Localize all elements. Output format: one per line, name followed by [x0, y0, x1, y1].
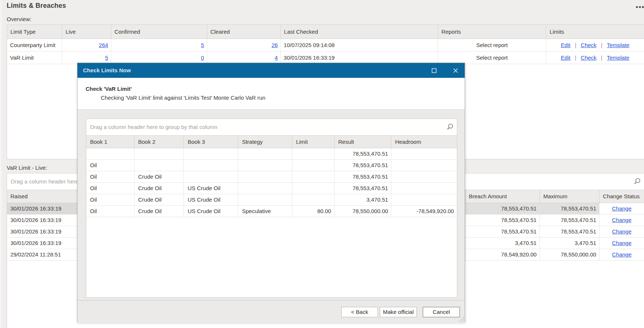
dialog-heading: Check 'VaR Limit' — [86, 86, 132, 92]
confirmed-count-link[interactable]: 0 — [201, 54, 204, 61]
dialog-column-label: Book 2 — [138, 139, 156, 145]
search-icon[interactable] — [633, 178, 641, 186]
raised-cell: 30/01/2026 16:33:19 — [10, 228, 62, 235]
maximize-button[interactable] — [426, 63, 441, 78]
dialog-column-header[interactable]: Book 3 — [184, 136, 238, 148]
action-separator: | — [601, 39, 602, 51]
live-column-label: Change Status — [603, 193, 640, 199]
live-column-label: Breach Amount — [469, 193, 507, 199]
dialog-titlebar[interactable]: Check Limits Now — [77, 63, 465, 78]
overview-row: Counterparty Limit 264 5 26 10/07/2025 0… — [7, 39, 644, 52]
dialog-grid-row[interactable]: Oil Crude Oil US Crude Oil Speculative 8… — [86, 206, 457, 217]
search-icon[interactable] — [446, 123, 454, 131]
group-panel-hint: Drag a column header here to group by th… — [90, 119, 218, 135]
dialog-column-label: Limit — [296, 139, 308, 145]
make-official-button[interactable]: Make official — [380, 307, 417, 317]
overview-column-header[interactable]: Limits — [546, 25, 644, 39]
book1-cell: Oil — [90, 208, 97, 214]
dialog-column-header[interactable]: Result — [335, 136, 392, 148]
live-count-link[interactable]: 5 — [105, 54, 108, 61]
dialog-column-header[interactable]: Strategy — [238, 136, 292, 148]
book3-cell: US Crude Oil — [187, 185, 220, 191]
dialog-group-panel[interactable]: Drag a column header here to group by th… — [86, 119, 457, 136]
live-column-header[interactable]: Change Status — [600, 190, 644, 203]
last-checked-cell: 30/01/2026 16:33:19 — [284, 54, 335, 61]
dialog-column-label: Book 3 — [187, 139, 205, 145]
last-checked-cell: 10/07/2025 09:14:08 — [284, 42, 335, 48]
breach-amount-cell: 78,553,470.51 — [501, 217, 537, 223]
headroom-cell: -78,549,920.00 — [416, 208, 454, 214]
dialog-header-row: Book 1 Book 2 Book 3 Strategy Limit Resu… — [86, 136, 457, 148]
live-column-header[interactable]: Breach Amount — [465, 190, 540, 203]
dialog-grid-row[interactable]: Oil 78,553,470.51 — [86, 160, 457, 171]
dialog-column-label: Headroom — [395, 139, 421, 145]
ellipsis-menu-icon[interactable] — [636, 4, 644, 7]
overview-column-label: Reports — [441, 29, 461, 35]
maximum-cell: 78,553,470.51 — [561, 217, 596, 223]
overview-column-header[interactable]: Live — [62, 25, 111, 39]
confirmed-count-link[interactable]: 5 — [201, 42, 204, 48]
edit-link[interactable]: Edit — [561, 39, 571, 51]
dialog-grid-row[interactable]: Oil Crude Oil US Crude Oil 3,470.51 — [86, 194, 457, 206]
action-separator: | — [575, 39, 576, 51]
page-title: Limits & Breaches — [7, 2, 66, 10]
change-status-link[interactable]: Change — [612, 205, 632, 212]
limits-breaches-screen: { "page": { "title": "Limits & Breaches"… — [0, 0, 644, 328]
template-link[interactable]: Template — [607, 39, 630, 51]
back-button[interactable]: < Back — [341, 307, 378, 317]
overview-column-header[interactable]: Confirmed — [111, 25, 207, 39]
limit-cell: 80.00 — [317, 208, 331, 214]
dialog-grid-row[interactable]: 78,553,470.51 — [86, 148, 457, 160]
close-button[interactable] — [448, 63, 463, 78]
change-status-link[interactable]: Change — [612, 251, 632, 258]
dialog-column-header[interactable]: Book 2 — [135, 136, 184, 148]
action-separator: | — [575, 52, 576, 64]
edit-link[interactable]: Edit — [561, 52, 571, 64]
cleared-count-link[interactable]: 26 — [272, 42, 278, 48]
result-cell: 78,553,470.51 — [352, 162, 388, 168]
select-report-dropdown[interactable]: Select report — [476, 42, 508, 48]
cancel-button[interactable]: Cancel — [423, 307, 460, 317]
change-status-link[interactable]: Change — [612, 217, 632, 223]
dialog-grid-row[interactable]: Oil Crude Oil 78,553,470.51 — [86, 171, 457, 183]
book1-cell: Oil — [90, 162, 97, 168]
action-separator: | — [601, 52, 602, 64]
dialog-header: Check 'VaR Limit' Checking 'VaR Limit' l… — [77, 78, 465, 110]
overview-label: Overview: — [7, 16, 31, 22]
book2-cell: Crude Oil — [138, 196, 162, 203]
template-link[interactable]: Template — [607, 52, 630, 64]
check-limits-dialog: Check Limits Now Check 'VaR Limit' Check… — [77, 63, 465, 322]
result-cell: 3,470.51 — [366, 196, 388, 203]
breach-amount-cell: 78,553,470.51 — [501, 205, 537, 212]
dialog-column-header[interactable]: Limit — [292, 136, 335, 148]
book2-cell: Crude Oil — [138, 173, 162, 180]
breach-amount-cell: 78,553,470.51 — [501, 228, 537, 235]
overview-column-label: Cleared — [210, 29, 230, 35]
resize-grip-icon[interactable] — [459, 317, 464, 321]
check-link[interactable]: Check — [581, 52, 597, 64]
raised-cell: 30/01/2026 16:33:19 — [10, 240, 62, 246]
change-status-link[interactable]: Change — [612, 240, 632, 246]
change-status-link[interactable]: Change — [612, 228, 632, 235]
live-column-header[interactable]: Maximum — [540, 190, 600, 203]
dialog-column-header[interactable]: Headroom — [391, 136, 457, 148]
dialog-subheading: Checking 'VaR Limit' limit against 'Limi… — [101, 95, 265, 101]
dialog-column-header[interactable]: Book 1 — [86, 136, 135, 148]
check-link[interactable]: Check — [581, 39, 597, 51]
overview-column-header[interactable]: Reports — [438, 25, 546, 39]
maximum-cell: 78,550,000.00 — [561, 251, 596, 258]
select-report-dropdown[interactable]: Select report — [476, 54, 508, 61]
result-cell: 78,550,000.00 — [352, 208, 388, 214]
maximum-cell: 78,553,470.51 — [561, 205, 596, 212]
overview-column-header[interactable]: Last Checked — [281, 25, 438, 39]
book3-cell: US Crude Oil — [187, 196, 220, 203]
overview-column-header[interactable]: Limit Type — [7, 25, 62, 39]
cleared-count-link[interactable]: 4 — [275, 54, 278, 61]
dialog-grid-row[interactable]: Oil Crude Oil US Crude Oil 78,553,470.51 — [86, 183, 457, 194]
book2-cell: Crude Oil — [138, 208, 162, 214]
overview-column-label: Last Checked — [284, 29, 318, 35]
live-count-link[interactable]: 264 — [99, 42, 108, 48]
dialog-grid-panel: Drag a column header here to group by th… — [86, 119, 457, 298]
overview-column-header[interactable]: Cleared — [207, 25, 281, 39]
book1-cell: Oil — [90, 185, 97, 191]
